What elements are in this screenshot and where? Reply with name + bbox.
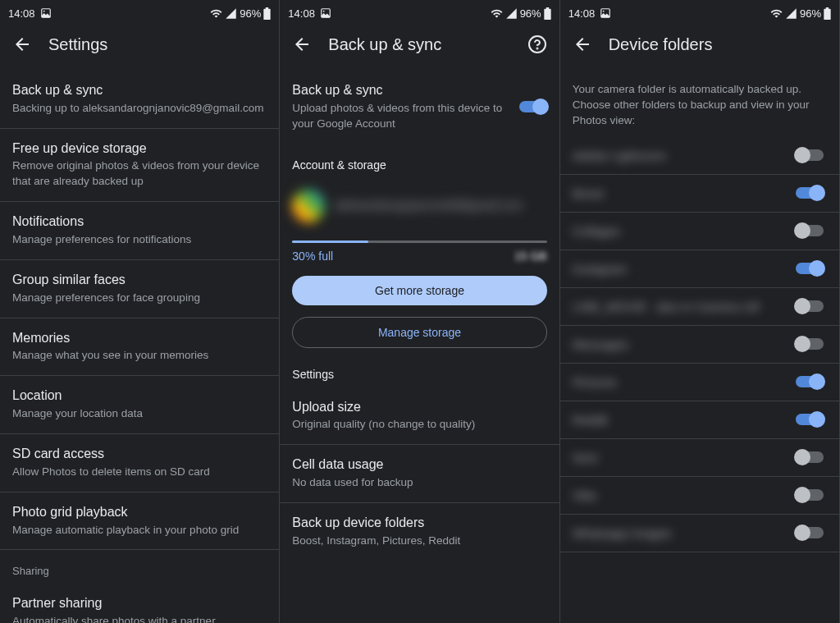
manage-storage-button[interactable]: Manage storage — [292, 317, 546, 348]
clock: 14:08 — [568, 7, 596, 20]
battery-icon — [263, 7, 271, 20]
section-account: Account & storage — [280, 144, 559, 178]
page-title: Back up & sync — [328, 35, 527, 54]
status-bar: 14:08 96% — [560, 0, 839, 23]
back-icon[interactable] — [12, 34, 32, 54]
page-title: Device folders — [609, 35, 827, 54]
folder-item[interactable]: Messages — [560, 326, 839, 364]
folder-label: Whatsapp Images — [573, 526, 796, 540]
item-partner-sharing[interactable]: Partner sharing Automatically share phot… — [0, 584, 279, 623]
signal-icon — [785, 7, 797, 20]
svg-point-7 — [603, 11, 605, 12]
folder-toggle[interactable] — [796, 527, 824, 538]
folder-toggle[interactable] — [796, 338, 824, 350]
folder-label: Boost — [573, 186, 796, 200]
folder-toggle[interactable] — [796, 376, 824, 387]
item-upload-size[interactable]: Upload size Original quality (no change … — [280, 387, 559, 446]
clock: 14:08 — [288, 7, 315, 20]
folder-item[interactable]: Vibe — [560, 477, 839, 515]
folder-toggle[interactable] — [796, 489, 824, 501]
folder-toggle[interactable] — [796, 300, 824, 312]
back-icon[interactable] — [573, 34, 592, 54]
item-backup-sync[interactable]: Back up & sync Backing up to aleksandaro… — [0, 71, 279, 129]
avatar — [292, 190, 325, 222]
folder-item[interactable]: Boost — [560, 175, 839, 213]
item-memories[interactable]: Memories Manage what you see in your mem… — [0, 318, 279, 377]
folder-label: LINE_MOVIE · also in Camera roll — [573, 300, 796, 314]
folder-item[interactable]: Collages — [560, 213, 839, 250]
battery-icon — [544, 7, 551, 20]
folder-item[interactable]: Reddit — [560, 401, 839, 439]
status-bar: 14:08 96% — [280, 0, 559, 23]
folder-label: Pictures — [573, 375, 796, 389]
storage-bar — [292, 240, 546, 243]
item-location[interactable]: Location Manage your location data — [0, 376, 279, 434]
folder-label: Sent — [573, 451, 796, 465]
page-title: Settings — [48, 35, 267, 54]
item-notifications[interactable]: Notifications Manage preferences for not… — [0, 202, 279, 260]
svg-point-1 — [43, 11, 44, 12]
wifi-icon — [770, 7, 783, 20]
account-row[interactable]: aleksandarognjanovic89@gmail.com — [280, 178, 559, 234]
account-email: aleksandarognjanovic89@gmail.com — [335, 198, 546, 213]
svg-point-5 — [536, 48, 537, 49]
item-grid-playback[interactable]: Photo grid playback Manage automatic pla… — [0, 492, 279, 551]
back-icon[interactable] — [292, 34, 312, 54]
storage-percent: 30% full — [292, 250, 333, 263]
wifi-icon — [210, 7, 222, 20]
folder-item[interactable]: Instagram — [560, 250, 839, 288]
image-icon — [600, 7, 611, 19]
item-sd-card[interactable]: SD card access Allow Photos to delete it… — [0, 434, 279, 492]
battery-text: 96% — [800, 7, 821, 20]
clock: 14:08 — [8, 7, 35, 20]
folder-label: Reddit — [573, 413, 796, 427]
folder-item[interactable]: Whatsapp Images — [560, 515, 839, 552]
battery-text: 96% — [240, 7, 261, 20]
image-icon — [320, 7, 331, 19]
header: Settings — [0, 23, 279, 71]
header: Back up & sync — [280, 23, 559, 71]
folder-toggle[interactable] — [796, 149, 824, 161]
section-sharing: Sharing — [0, 550, 279, 584]
section-settings: Settings — [280, 360, 559, 387]
folder-toggle[interactable] — [796, 451, 824, 463]
folder-toggle[interactable] — [796, 263, 824, 274]
folder-toggle[interactable] — [796, 414, 824, 425]
wifi-icon — [491, 7, 503, 20]
battery-text: 96% — [520, 7, 541, 20]
help-icon[interactable] — [527, 34, 547, 54]
signal-icon — [225, 7, 237, 20]
item-free-storage[interactable]: Free up device storage Remove original p… — [0, 129, 279, 203]
get-more-storage-button[interactable]: Get more storage — [292, 276, 546, 305]
battery-icon — [824, 7, 831, 20]
folder-item[interactable]: Adobe Lightroom — [560, 137, 839, 175]
folder-label: Adobe Lightroom — [573, 149, 796, 163]
folder-toggle[interactable] — [796, 225, 824, 236]
storage-label: 30% full 15 GB — [280, 243, 559, 276]
folder-item[interactable]: Pictures — [560, 364, 839, 401]
image-icon — [40, 7, 52, 19]
item-group-faces[interactable]: Group similar faces Manage preferences f… — [0, 260, 279, 318]
item-backup-toggle[interactable]: Back up & sync Upload photos & videos fr… — [280, 71, 559, 144]
svg-point-3 — [323, 11, 325, 12]
signal-icon — [505, 7, 518, 20]
backup-sync-toggle[interactable] — [519, 101, 547, 112]
item-device-folders[interactable]: Back up device folders Boost, Instagram,… — [280, 503, 559, 561]
folder-label: Collages — [573, 224, 796, 238]
folder-label: Messages — [573, 337, 796, 351]
item-cell-data[interactable]: Cell data usage No data used for backup — [280, 445, 559, 503]
storage-total: 15 GB — [514, 250, 547, 263]
folder-item[interactable]: Sent — [560, 439, 839, 477]
status-bar: 14:08 96% — [0, 0, 279, 23]
header: Device folders — [560, 23, 839, 71]
folder-label: Vibe — [573, 488, 796, 502]
folder-label: Instagram — [573, 262, 796, 276]
intro-text: Your camera folder is automatically back… — [560, 71, 839, 137]
folder-item[interactable]: LINE_MOVIE · also in Camera roll — [560, 288, 839, 326]
folder-toggle[interactable] — [796, 187, 824, 199]
